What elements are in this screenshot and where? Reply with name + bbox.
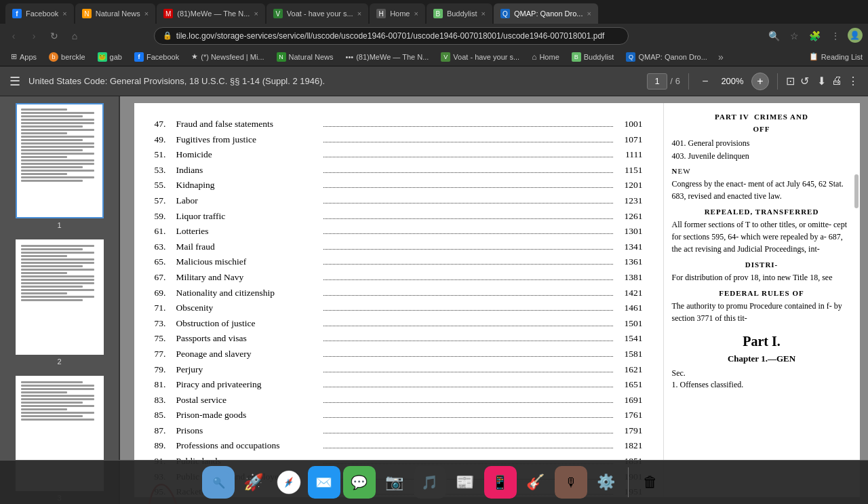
tab-home[interactable]: H Home × [370,3,425,24]
tab-qmap[interactable]: Q QMAP: Qanon Dro... × [494,3,598,24]
bookmark-newsfeed-label: (*) Newsfeed | Mi... [201,53,264,61]
tab-mewe-close[interactable]: × [254,9,258,18]
apps-icon: ⊞ [11,52,17,61]
thumbnail-1-image [16,103,104,218]
toc-content: 47. Fraud and false statements 1001 49. … [155,117,643,504]
forward-button[interactable]: › [26,28,42,44]
dock-app3[interactable]: 🎙 [555,466,587,499]
secure-icon: 🔒 [163,31,172,40]
bookmark-mewe[interactable]: ••• (81)MeWe — The N... [340,52,435,62]
rotate-button[interactable]: ↺ [800,75,809,88]
dock-app2[interactable]: 🎸 [519,466,552,499]
hamburger-menu-button[interactable]: ☰ [9,74,20,89]
toc-page-63: 1341 [616,239,643,254]
page-number-input[interactable] [647,73,667,90]
tab-naturalnews[interactable]: N Natural News × [75,3,155,24]
thumb-line [21,299,83,301]
scrollbar-indicator[interactable] [854,174,859,208]
zoom-in-button[interactable]: + [751,73,769,90]
bookmark-qmap[interactable]: Q QMAP: Qanon Dro... [620,51,712,63]
address-bar[interactable]: 🔒 tile.loc.gov/storage-services/service/… [154,27,629,45]
bookmark-facebook[interactable]: f Facebook [129,51,184,63]
thumb-line [21,275,94,277]
toc-page-77: 1581 [616,347,643,362]
extension-icon[interactable]: 🧩 [807,28,823,44]
thumbnail-1-lines [17,104,102,217]
thumb-line [21,412,94,414]
dock-news[interactable]: 📰 [449,466,481,499]
thumbnail-2[interactable]: 2 [16,239,104,366]
thumb-line [21,149,83,151]
print-button[interactable]: 🖨 [831,75,842,88]
dock-messages[interactable]: 💬 [343,466,376,499]
toc-num-85: 85. [155,408,176,423]
thumb-line [21,258,94,260]
pdf-toolbar: ☰ United States Code: General Provisions… [0,66,868,96]
thumb-line [21,262,94,264]
search-icon[interactable]: 🔍 [766,28,783,44]
thumb-line [21,408,67,410]
tab-mewe[interactable]: M (81)MeWe — The N... × [157,3,265,24]
bookmark-home[interactable]: ⌂ Home [526,51,565,63]
bookmarks-more-button[interactable]: » [714,50,728,64]
toc-page-61: 1301 [616,224,643,239]
bookmark-berckle[interactable]: b berckle [43,51,90,63]
dock-safari[interactable] [273,466,305,499]
home-button[interactable]: ⌂ [66,28,83,44]
thumb-line [21,136,94,138]
thumb-line [21,289,94,291]
profile-icon[interactable]: 👤 [848,28,863,43]
toolbar-divider-1 [688,73,689,90]
buddylist-favicon: B [433,9,443,18]
tab-buddylist-close[interactable]: × [481,9,486,18]
bookmark-voat[interactable]: V Voat - have your s... [435,51,525,63]
dock-app1[interactable]: 📱 [484,466,517,499]
tab-naturalnews-close[interactable]: × [144,9,149,18]
more-options-button[interactable]: ⋮ [848,75,859,88]
tab-buddylist[interactable]: B Buddylist × [427,3,492,24]
buddy-favicon: B [572,52,581,62]
download-button[interactable]: ⬇ [817,75,826,88]
bookmark-natural-news[interactable]: N Natural News [271,51,339,63]
bookmark-gab[interactable]: 🐸 gab [92,51,127,63]
bookmark-apps-label: Apps [20,53,37,61]
dock-trash[interactable]: 🗑 [634,466,667,499]
thumb-line [21,395,94,397]
star-icon[interactable]: ☆ [787,28,803,44]
tab-qmap-close[interactable]: × [587,9,591,18]
zoom-out-button[interactable]: − [697,73,713,90]
reload-button[interactable]: ↻ [46,28,62,44]
dock-finder[interactable] [202,466,235,499]
berckle-favicon: b [49,52,58,62]
thumb-line [21,153,94,155]
tab-home-close[interactable]: × [414,9,418,18]
back-button[interactable]: ‹ [5,28,22,44]
thumbnail-1[interactable]: 1 [16,103,104,229]
toc-page-55: 1201 [616,178,643,193]
thumb-line [21,163,94,165]
toc-page-81: 1651 [616,377,643,392]
thumb-line [21,385,94,387]
fit-page-button[interactable]: ⊡ [786,75,795,88]
dock-music[interactable]: 🎵 [414,466,446,499]
bookmark-apps[interactable]: ⊞ Apps [5,51,42,62]
toc-page-87: 1791 [616,423,643,438]
reading-list-label[interactable]: Reading List [821,53,863,61]
dock-settings[interactable]: ⚙️ [590,466,623,499]
pdf-page-content[interactable]: 47. Fraud and false statements 1001 49. … [120,96,868,504]
toc-label-55: Kidnaping [176,178,321,193]
thumb-line [21,265,83,267]
bookmark-newsfeed[interactable]: ★ (*) Newsfeed | Mi... [186,51,269,62]
dock-launchpad[interactable]: 🚀 [237,466,270,499]
tab-voat[interactable]: V Voat - have your s... × [267,3,368,24]
sec-label: Sec. [672,368,852,379]
tab-facebook[interactable]: f Facebook × [5,3,74,24]
dock-photos[interactable]: 📷 [378,466,411,499]
tab-facebook-close[interactable]: × [62,9,66,18]
toc-row-49: 49. Fugitives from justice 1071 [155,132,643,147]
bookmark-buddylist[interactable]: B Buddylist [566,51,620,63]
dock-mail[interactable]: ✉️ [308,466,340,499]
tab-voat-close[interactable]: × [357,9,361,18]
extensions-menu-icon[interactable]: ⋮ [827,28,844,44]
toc-page-59: 1261 [616,209,643,224]
